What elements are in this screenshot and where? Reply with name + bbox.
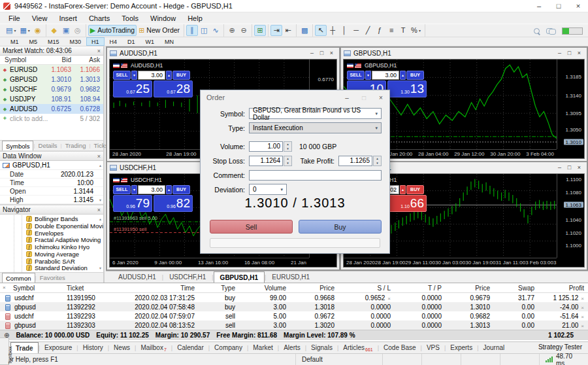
chart-tab-usdchf-h1[interactable]: USDCHF,H1 — [163, 271, 212, 283]
cursor-icon[interactable]: ↖ — [315, 25, 327, 36]
tab-details[interactable]: Details — [35, 141, 61, 150]
column-t-p[interactable]: T / P — [395, 285, 446, 292]
position-row[interactable]: gbpusd113923032020.02.04 08:13:52sell3.0… — [0, 321, 588, 330]
tab-history[interactable]: History — [78, 342, 108, 353]
column-symbol[interactable]: Symbol — [0, 285, 65, 292]
volume-decrease-button[interactable]: ▾ — [131, 185, 137, 194]
sell-button[interactable]: SELL — [113, 185, 131, 194]
minimize-icon[interactable]: – — [555, 50, 564, 56]
column-time[interactable]: Time — [125, 285, 199, 292]
restore-icon[interactable]: □ — [564, 164, 574, 171]
volume-input[interactable]: 3.00 — [138, 71, 165, 80]
volume-increase-button[interactable]: ▴ — [166, 185, 172, 194]
text-label-icon[interactable]: T — [397, 25, 409, 36]
new-order-icon[interactable]: ⊞New Order — [137, 25, 182, 36]
close-icon[interactable]: × — [97, 153, 101, 160]
minimize-icon[interactable]: – — [338, 90, 355, 105]
tab-news[interactable]: News — [109, 342, 135, 353]
navigator-item-fractal-adaptive-moving[interactable]: fFractal Adaptive Moving — [0, 236, 103, 243]
volume-decrease-button[interactable]: ▾ — [131, 71, 137, 80]
market-watch-row[interactable]: ◆GBPUSD1.30101.3013 — [0, 75, 103, 84]
tab-exposure[interactable]: Exposure — [40, 342, 76, 353]
close-icon[interactable]: × — [574, 164, 584, 171]
arrange-windows-icon[interactable]: ▩ — [299, 25, 310, 36]
deviation-select[interactable]: 0 ▾ — [249, 184, 287, 195]
scroll-up-icon[interactable]: ▴ — [99, 163, 101, 167]
take-profit-stepper[interactable]: ▴▾ — [373, 156, 382, 166]
bid-price[interactable]: 0.9679 — [113, 195, 152, 212]
close-icon[interactable]: × — [372, 90, 389, 105]
tab-signals[interactable]: Signals — [306, 342, 337, 353]
tab-alerts[interactable]: Alerts — [279, 342, 305, 353]
market-watch-row[interactable]: ◆USDJPY108.91108.94 — [0, 94, 103, 104]
volume-increase-button[interactable]: ▴ — [166, 71, 172, 80]
menu-insert[interactable]: Insert — [53, 14, 83, 22]
zoom-in-icon[interactable]: ⊕ — [226, 25, 238, 36]
close-icon[interactable]: × — [574, 50, 584, 56]
profiles-icon[interactable]: ▦▾ — [18, 25, 31, 36]
line-chart-icon[interactable]: ∿ — [210, 25, 221, 36]
column-profit[interactable]: Profit — [538, 285, 588, 292]
volume-input[interactable]: 3.00 — [372, 71, 399, 80]
close-icon[interactable]: × — [327, 50, 336, 56]
stop-loss-input[interactable] — [249, 156, 283, 166]
auto-scroll-icon[interactable]: ⇥ — [270, 25, 282, 36]
search-icon[interactable] — [534, 28, 540, 35]
minimize-icon[interactable]: – — [307, 50, 317, 56]
market-watch-icon[interactable]: ◆ — [48, 25, 60, 36]
zoom-out-icon[interactable]: ⊖ — [238, 25, 250, 36]
close-icon[interactable]: × — [387, 296, 391, 302]
timeframe-m5[interactable]: M5 — [24, 37, 43, 46]
volume-increase-button[interactable]: ▴ — [400, 71, 406, 80]
dialog-titlebar[interactable]: Order – □ × — [201, 90, 389, 105]
tab-trading[interactable]: Trading — [62, 141, 90, 150]
navigator-item-ichimoku-kinko-hyo[interactable]: fIchimoku Kinko Hyo — [0, 243, 103, 251]
navigator-item-double-exponential-movi[interactable]: fDouble Exponential Movi — [0, 222, 103, 230]
navigator-item-envelopes[interactable]: fEnvelopes — [0, 230, 103, 237]
position-row[interactable]: usdchf113919502020.02.03 17:31:25buy99.0… — [0, 293, 588, 302]
menu-charts[interactable]: Charts — [83, 14, 116, 22]
ask-price[interactable]: 1.1066 — [387, 195, 427, 212]
timeframe-w1[interactable]: W1 — [140, 37, 160, 46]
timeframe-mn[interactable]: MN — [159, 37, 179, 46]
timeframe-d1[interactable]: D1 — [122, 37, 140, 46]
vertical-line-icon[interactable]: │ — [338, 25, 350, 36]
data-window-icon[interactable]: ▣ — [60, 25, 72, 36]
tab-experts[interactable]: Experts — [446, 342, 477, 353]
timeframe-m15[interactable]: M15 — [42, 37, 65, 46]
tab-code-base[interactable]: Code Base — [379, 342, 420, 353]
volume-decrease-button[interactable]: ▾ — [365, 71, 371, 80]
column-swap[interactable]: Swap — [494, 285, 538, 292]
volume-stepper[interactable]: ▴▾ — [284, 141, 292, 152]
menu-view[interactable]: View — [26, 14, 54, 22]
volume-increase-button[interactable]: ▴ — [400, 185, 406, 194]
close-icon[interactable]: × — [97, 207, 101, 213]
candles-chart-icon[interactable]: ◫ — [198, 25, 210, 36]
menu-tools[interactable]: Tools — [116, 14, 144, 22]
buy-button[interactable]: BUY — [172, 185, 190, 194]
tab-common[interactable]: Common — [2, 273, 35, 283]
toolbox-side-tab[interactable]: Toolbox — [0, 338, 9, 365]
tab-journal[interactable]: Journal — [479, 342, 510, 353]
profile-selector[interactable]: Default — [295, 354, 382, 365]
autotrading-icon[interactable]: ▶AutoTrading — [88, 25, 137, 36]
scroll-up-icon[interactable]: ▴ — [99, 217, 101, 221]
take-profit-input[interactable] — [338, 156, 372, 166]
tab-favorites[interactable]: Favorites — [37, 273, 69, 283]
position-row[interactable]: gbpusd113922922020.02.04 07:58:48buy3.00… — [0, 302, 588, 311]
close-icon[interactable]: × — [581, 314, 584, 320]
timeframe-h4[interactable]: H4 — [105, 37, 123, 46]
market-watch-row[interactable]: ◆EURUSD1.10631.1066 — [0, 65, 103, 75]
horizontal-line-icon[interactable]: ─ — [350, 25, 362, 36]
bid-price[interactable]: 0.6725 — [113, 80, 152, 97]
close-icon[interactable]: × — [97, 48, 101, 54]
chart-shift-icon[interactable]: ⇤ — [282, 25, 294, 36]
chat-icon[interactable] — [546, 28, 556, 35]
timeframe-m30[interactable]: M30 — [65, 37, 87, 46]
sell-button[interactable]: SELL — [347, 71, 365, 80]
timeframe-m1[interactable]: M1 — [5, 37, 24, 46]
tab-company[interactable]: Company — [210, 342, 247, 353]
close-icon[interactable]: × — [568, 0, 588, 12]
column-price[interactable]: Price — [446, 285, 494, 292]
navigator-item-bollinger-bands[interactable]: fBollinger Bands — [0, 215, 103, 222]
